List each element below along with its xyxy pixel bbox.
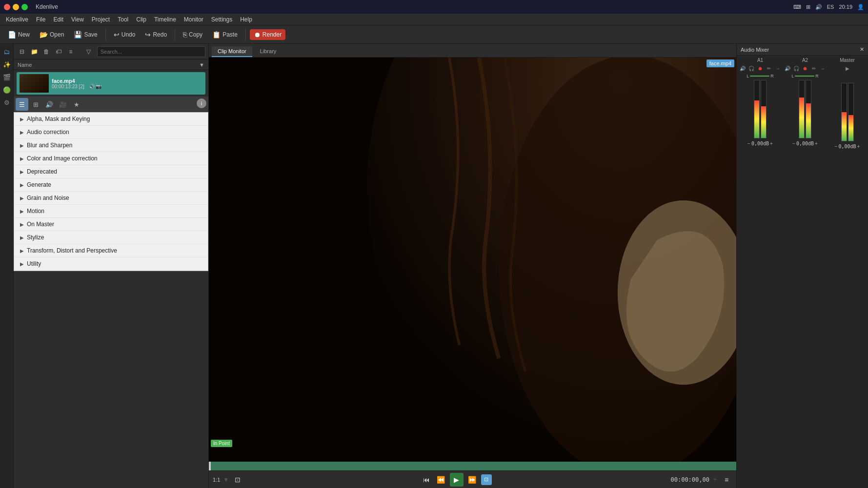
mixer-a1-level-r [761, 106, 766, 138]
monitor-prev-btn[interactable]: ⏪ [435, 474, 447, 486]
menu-help[interactable]: Help [236, 15, 256, 24]
monitor-play-btn[interactable]: ▶ [450, 473, 464, 487]
monitor-settings-btn[interactable]: ≡ [721, 474, 732, 486]
mixer-a1-pen-icon[interactable]: ✏ [765, 64, 773, 72]
maximize-button[interactable] [21, 4, 28, 10]
app-title: Kdenlive [36, 3, 790, 10]
menu-settings[interactable]: Settings [207, 15, 236, 24]
sort-icon[interactable]: ▼ [199, 62, 204, 68]
bin-menu-btn[interactable]: ≡ [65, 46, 76, 57]
menu-clip[interactable]: Clip [132, 15, 150, 24]
effects-item-color[interactable]: ▶ Color and Image correction [14, 152, 208, 165]
bin-view-btn[interactable]: ⊟ [17, 46, 27, 57]
render-button[interactable]: ⏺ Render [250, 29, 285, 40]
mixer-a2-vol-icon[interactable]: 🔊 [784, 64, 791, 72]
search-input[interactable] [97, 46, 205, 57]
menu-monitor[interactable]: Monitor [180, 15, 207, 24]
mixer-a2-minus[interactable]: − [792, 141, 795, 146]
mixer-a1-vol-icon[interactable]: 🔊 [739, 64, 747, 72]
titlebar-right: ⌨ ⊞ 🔊 ES 20:19 👤 [793, 4, 864, 10]
effects-audio-btn[interactable]: 🔊 [43, 98, 56, 111]
mixer-a1-arrow-icon[interactable]: → [774, 64, 782, 72]
sidebar-project-icon[interactable]: 🗂 [1, 46, 13, 58]
mixer-a2-rec-icon[interactable]: ⏺ [801, 64, 809, 72]
effects-item-generate[interactable]: ▶ Generate [14, 178, 208, 192]
mixer-a1-rec-icon[interactable]: ⏺ [756, 64, 764, 72]
open-button[interactable]: 📂 Open [36, 29, 68, 40]
monitor-timeline-bar[interactable] [209, 462, 736, 470]
effects-item-blur[interactable]: ▶ Blur and Sharpen [14, 139, 208, 152]
effects-star-btn[interactable]: ★ [70, 98, 83, 111]
effects-item-transform[interactable]: ▶ Transform, Distort and Perspective [14, 244, 208, 257]
bin-filter-btn[interactable]: ▽ [83, 46, 94, 57]
paste-button[interactable]: 📋 Paste [208, 29, 242, 40]
effects-item-audio[interactable]: ▶ Audio correction [14, 126, 208, 139]
open-icon: 📂 [40, 31, 48, 39]
menu-view[interactable]: View [67, 15, 88, 24]
copy-button[interactable]: ⎘ Copy [179, 29, 206, 40]
mixer-a2-pen-icon[interactable]: ✏ [810, 64, 818, 72]
tab-clip-monitor[interactable]: Clip Monitor [212, 46, 252, 57]
mixer-a1-minus[interactable]: − [747, 141, 750, 146]
effects-item-motion[interactable]: ▶ Motion [14, 205, 208, 218]
effects-list-btn[interactable]: ☰ [16, 98, 28, 111]
face-thumbnail-image [20, 74, 49, 93]
effects-item-utility[interactable]: ▶ Utility [14, 257, 208, 271]
audio-mixer-close[interactable]: ✕ [860, 46, 864, 53]
mixer-a2-arrow-icon[interactable]: → [819, 64, 827, 72]
clip-item[interactable]: face.mp4 00:00:13:23 [2] 🔊 📷 [17, 72, 205, 95]
save-button[interactable]: 💾 Save [70, 29, 101, 40]
effects-grid-btn[interactable]: ⊞ [29, 98, 42, 111]
mixer-master-minus[interactable]: − [835, 144, 838, 149]
mixer-a2-plus[interactable]: + [815, 141, 818, 146]
monitor-playhead [209, 462, 211, 470]
effects-item-alpha[interactable]: ▶ Alpha, Mask and Keying [14, 113, 208, 126]
effects-item-grain[interactable]: ▶ Grain and Noise [14, 192, 208, 205]
monitor-zone-btn[interactable]: ⊡ [481, 474, 492, 485]
effects-item-deprecated[interactable]: ▶ Deprecated [14, 165, 208, 178]
arrow-icon: ▶ [20, 169, 24, 175]
menu-kdenlive[interactable]: Kdenlive [2, 15, 32, 24]
minimize-button[interactable] [13, 4, 19, 10]
monitor-snapshot-btn[interactable]: ⊡ [232, 474, 243, 486]
close-button[interactable] [4, 4, 10, 10]
effects-item-stylize[interactable]: ▶ Stylize [14, 231, 208, 244]
mixer-a1-plus[interactable]: + [770, 141, 773, 146]
mixer-master-icon[interactable]: ▶ [844, 64, 851, 72]
effects-item-master[interactable]: ▶ On Master [14, 218, 208, 231]
mixer-channel-master: Master ▶ − 0,00dB + [828, 58, 866, 486]
mixer-a1-headphone-icon[interactable]: 🎧 [747, 64, 755, 72]
menu-project[interactable]: Project [88, 15, 114, 24]
menu-tool[interactable]: Tool [114, 15, 132, 24]
bin-folder-btn[interactable]: 📁 [29, 46, 40, 57]
timecode: 00:00:00,00 [671, 476, 709, 483]
sidebar-clip-icon[interactable]: 🎬 [1, 71, 13, 83]
mixer-master-plus[interactable]: + [857, 144, 860, 149]
sidebar-effects-icon[interactable]: ✨ [1, 59, 13, 70]
sidebar-settings-icon[interactable]: ⚙ [1, 97, 13, 108]
monitor-rewind-btn[interactable]: ⏮ [421, 474, 432, 486]
sidebar-render-icon[interactable]: 🟢 [1, 84, 13, 96]
redo-button[interactable]: ↪ Redo [141, 29, 171, 40]
mixer-a2-headphone-icon[interactable]: 🎧 [792, 64, 800, 72]
bin-tag-btn[interactable]: 🏷 [53, 46, 64, 57]
menu-timeline[interactable]: Timeline [150, 15, 180, 24]
menu-edit[interactable]: Edit [49, 15, 67, 24]
info-button[interactable]: i [197, 98, 206, 108]
menu-file[interactable]: File [32, 15, 49, 24]
arrow-icon: ▶ [20, 143, 24, 148]
clip-thumbnail [20, 74, 49, 93]
arrow-icon: ▶ [20, 261, 24, 267]
arrow-icon: ▶ [20, 156, 24, 161]
bin-delete-btn[interactable]: 🗑 [41, 46, 52, 57]
effects-video-btn[interactable]: 🎥 [57, 98, 69, 111]
menubar: Kdenlive File Edit View Project Tool Cli… [0, 14, 868, 25]
tab-library[interactable]: Library [254, 46, 283, 57]
monitor-next-btn[interactable]: ⏩ [466, 474, 478, 486]
paste-icon: 📋 [212, 31, 221, 39]
mixer-a2-balance [795, 76, 814, 77]
mixer-a2-level-r [806, 103, 811, 138]
new-button[interactable]: 📄 New [4, 29, 34, 40]
undo-button[interactable]: ↩ Undo [110, 29, 140, 40]
timecode-sep: + [713, 476, 717, 483]
